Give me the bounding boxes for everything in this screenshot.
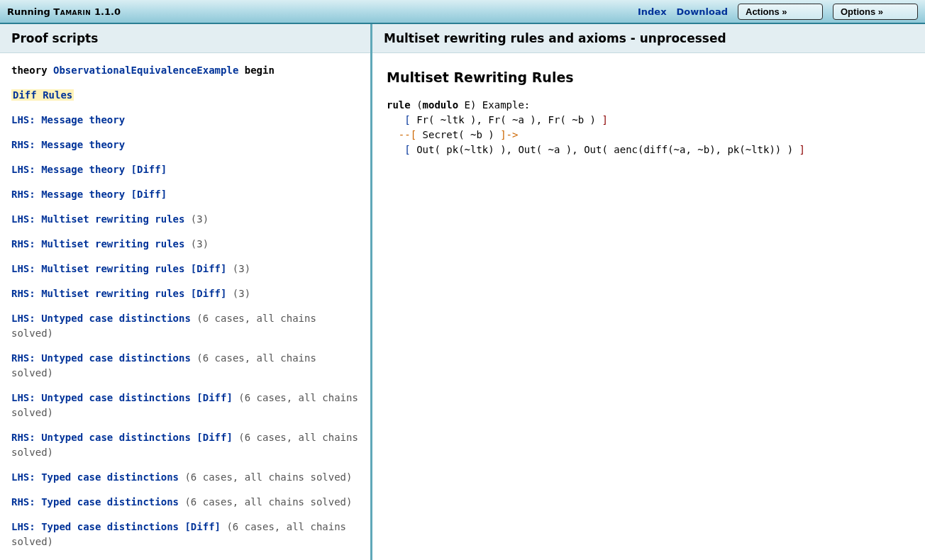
proof-item[interactable]: LHS: Untyped case distinctions [Diff] (6… [11, 391, 359, 420]
proof-item-link[interactable]: LHS: Multiset rewriting rules [11, 213, 184, 225]
proof-item[interactable]: RHS: Multiset rewriting rules (3) [11, 237, 359, 252]
index-link[interactable]: Index [638, 6, 667, 17]
proof-item-link[interactable]: RHS: Multiset rewriting rules [11, 238, 184, 250]
rule-block: rule (modulo E) Example: [ Fr( ~ltk ), F… [387, 98, 911, 157]
right-body: Multiset Rewriting Rules rule (modulo E)… [372, 53, 925, 169]
proof-item[interactable]: RHS: Message theory [11, 138, 359, 152]
proof-item-link[interactable]: LHS: Untyped case distinctions [11, 313, 191, 324]
right-panel-title: Multiset rewriting rules and axioms - un… [372, 24, 925, 53]
options-button[interactable]: Options » [833, 4, 918, 20]
proof-item[interactable]: LHS: Multiset rewriting rules (3) [11, 212, 359, 227]
proof-item[interactable]: LHS: Typed case distinctions [Diff] (6 c… [11, 520, 359, 549]
proof-item-suffix: (6 cases, all chains solved) [179, 496, 352, 508]
proof-item[interactable]: RHS: Multiset rewriting rules [Diff] (3) [11, 286, 359, 301]
proof-item-suffix: (3) [226, 263, 250, 274]
left-panel-title: Proof scripts [0, 24, 370, 53]
proof-item-suffix: (3) [184, 238, 209, 250]
proof-item[interactable]: LHS: Untyped case distinctions (6 cases,… [11, 311, 359, 341]
right-heading: Multiset Rewriting Rules [387, 67, 911, 88]
proof-item[interactable]: LHS: Message theory [11, 113, 359, 128]
diff-rules-item[interactable]: Diff Rules [11, 88, 359, 103]
proof-script-body: theory ObservationalEquivalenceExample b… [0, 53, 370, 560]
proof-item-suffix: (6 cases, all chains solved) [179, 471, 352, 483]
theory-line: theory ObservationalEquivalenceExample b… [11, 63, 359, 78]
proof-item[interactable]: RHS: Typed case distinctions (6 cases, a… [11, 495, 359, 510]
proof-item[interactable]: LHS: Typed case distinctions (6 cases, a… [11, 470, 359, 485]
left-panel: Proof scripts theory ObservationalEquiva… [0, 24, 372, 560]
proof-item-link[interactable]: RHS: Typed case distinctions [11, 496, 179, 508]
proof-item-link[interactable]: LHS: Message theory [11, 114, 125, 125]
topbar: Running Tamarin 1.1.0 Index Download Act… [0, 0, 925, 24]
proof-item-link[interactable]: RHS: Untyped case distinctions [Diff] [11, 432, 233, 443]
proof-item-link[interactable]: LHS: Typed case distinctions [11, 471, 179, 483]
actions-button[interactable]: Actions » [738, 4, 823, 20]
proof-item-link[interactable]: LHS: Multiset rewriting rules [Diff] [11, 263, 226, 274]
proof-item-link[interactable]: LHS: Message theory [Diff] [11, 164, 167, 175]
proof-item[interactable]: RHS: Message theory [Diff] [11, 187, 359, 202]
proof-item-link[interactable]: RHS: Untyped case distinctions [11, 352, 191, 364]
topbar-right: Index Download Actions » Options » [638, 4, 918, 20]
proof-item-link[interactable]: RHS: Multiset rewriting rules [Diff] [11, 288, 226, 299]
proof-item[interactable]: RHS: Untyped case distinctions [Diff] (6… [11, 430, 359, 460]
download-link[interactable]: Download [677, 6, 728, 17]
main: Proof scripts theory ObservationalEquiva… [0, 24, 925, 560]
proof-item[interactable]: LHS: Multiset rewriting rules [Diff] (3) [11, 262, 359, 276]
theory-name-link[interactable]: ObservationalEquivalenceExample [53, 65, 238, 76]
proof-item-link[interactable]: RHS: Message theory [Diff] [11, 189, 167, 200]
running-label: Running Tamarin 1.1.0 [7, 6, 121, 17]
proof-item[interactable]: LHS: Message theory [Diff] [11, 162, 359, 177]
proof-item-link[interactable]: LHS: Typed case distinctions [Diff] [11, 521, 221, 532]
right-panel: Multiset rewriting rules and axioms - un… [372, 24, 925, 560]
proof-item[interactable]: RHS: Untyped case distinctions (6 cases,… [11, 351, 359, 381]
proof-item-link[interactable]: LHS: Untyped case distinctions [Diff] [11, 392, 233, 403]
proof-item-link[interactable]: RHS: Message theory [11, 139, 125, 150]
proof-item-suffix: (3) [226, 288, 250, 299]
proof-item-suffix: (3) [184, 213, 209, 225]
